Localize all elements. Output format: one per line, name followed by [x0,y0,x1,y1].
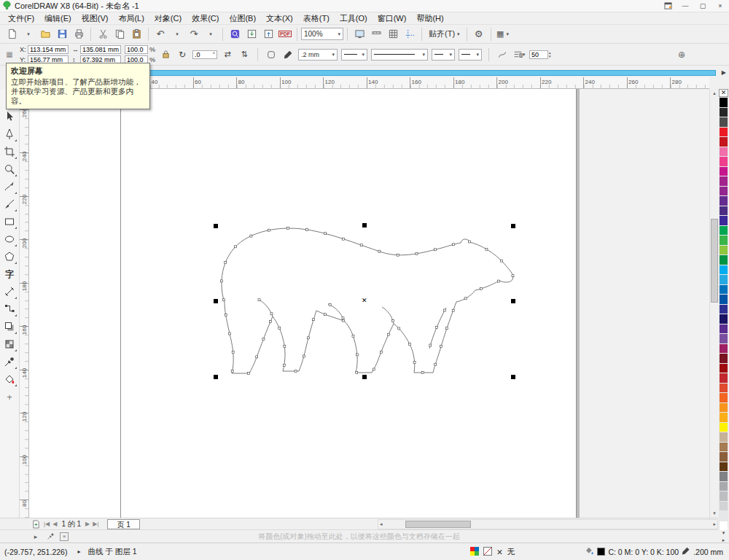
curve-node[interactable] [356,354,358,356]
menu-table[interactable]: 表格(T) [298,12,335,25]
curve-node[interactable] [262,338,265,341]
palette-swatch[interactable] [719,333,728,343]
palette-swatch[interactable] [719,363,728,373]
undo-button[interactable]: ↶ [152,26,168,42]
curve-node[interactable] [416,252,418,254]
vertical-scrollbar[interactable]: ▴ ▾ [709,89,718,518]
menu-effects[interactable]: 效果(C) [187,12,224,25]
menu-view[interactable]: 视图(V) [77,12,114,25]
start-arrowhead-select[interactable]: ▾ [432,49,455,61]
fill-indicator-icon[interactable] [483,547,492,557]
transparency-tool[interactable] [1,335,18,353]
show-rulers-toggle[interactable] [368,26,384,42]
curve-node[interactable] [313,319,315,321]
width-field[interactable] [80,45,121,54]
first-page-button[interactable]: |◀ [44,521,50,527]
palette-swatch[interactable] [719,402,728,413]
curve-node[interactable] [356,372,358,374]
customize-button[interactable]: + [1,388,18,405]
wrap-offset-field[interactable] [529,50,548,59]
interactive-fill-tool[interactable] [1,370,18,388]
palette-swatch[interactable] [719,215,728,225]
curve-node[interactable] [453,244,455,246]
selection-handle[interactable] [362,223,367,228]
curve-node[interactable] [342,317,344,319]
options-gear-icon[interactable]: ⚙ [471,26,487,42]
curve-node[interactable] [229,332,231,335]
line-style-select[interactable]: ▾ [341,49,367,61]
curve-node[interactable] [270,320,272,322]
no-color-swatch[interactable]: ✕ [719,89,728,97]
selection-handle[interactable] [362,375,367,379]
new-from-template-caret[interactable]: ▾ [20,26,36,42]
palette-swatch[interactable] [719,107,728,117]
curve-node[interactable] [235,246,237,248]
palette-swatch[interactable] [719,412,728,422]
rectangle-tool[interactable] [1,213,18,230]
end-arrowhead-select[interactable]: ▾ [459,49,482,61]
menu-bitmaps[interactable]: 位图(B) [224,12,261,25]
cut-button[interactable] [95,26,111,42]
curve-node[interactable] [284,345,286,347]
curve-node[interactable] [221,280,223,282]
new-document-button[interactable] [4,26,20,42]
curve-node[interactable] [232,351,234,354]
menu-file[interactable]: 文件(F) [3,12,39,25]
palette-swatch[interactable] [719,324,728,334]
fullscreen-preview-button[interactable] [351,26,367,42]
menu-window[interactable]: 窗口(W) [373,12,412,25]
export-button[interactable] [260,26,276,42]
curve-node[interactable] [388,333,390,335]
palette-swatch[interactable] [719,284,728,295]
wrap-offset-spinner[interactable]: ▴▾ [549,51,551,58]
palette-swatch[interactable] [719,186,728,196]
connector-tool[interactable] [1,300,18,318]
palette-swatch[interactable] [719,206,728,216]
palette-swatch[interactable] [719,136,728,147]
crop-tool[interactable] [1,143,18,160]
text-tool[interactable]: 字 [1,265,18,283]
line-style-select-wide[interactable]: ▾ [371,49,428,61]
freehand-tool[interactable] [1,178,18,195]
curve-node[interactable] [464,298,467,300]
curve-node[interactable] [250,235,252,237]
artistic-media-tool[interactable] [1,195,18,213]
show-grid-toggle[interactable] [385,26,401,42]
palette-swatch[interactable] [719,254,728,265]
palette-swatch[interactable] [719,451,728,462]
outline-color-swatch[interactable] [597,548,605,556]
curve-node[interactable] [512,275,514,277]
drop-shadow-tool[interactable] [1,318,18,335]
palette-swatch[interactable] [719,225,728,236]
text-wrap-button[interactable]: ▾ [512,48,526,61]
palette-swatch[interactable] [719,274,728,284]
maximize-button[interactable]: ▢ [694,0,712,12]
palette-swatch[interactable] [719,245,728,255]
minimize-button[interactable]: — [677,0,694,12]
palette-swatch[interactable] [719,117,728,127]
curve-node[interactable] [434,249,436,251]
curve-node[interactable] [440,346,443,348]
curve-node[interactable] [324,233,327,235]
curve-node[interactable] [343,238,345,240]
polygon-tool[interactable] [1,248,18,265]
copy-button[interactable] [112,26,128,42]
round-corner-icon[interactable] [265,48,278,61]
scroll-left-arrow[interactable]: ◂ [380,521,383,527]
palette-swatch[interactable] [719,373,728,383]
palette-swatch[interactable] [719,97,728,107]
search-content-button[interactable] [227,26,243,42]
palette-swatch[interactable] [719,432,728,442]
curve-node[interactable] [413,361,416,363]
palette-swatch[interactable] [719,481,728,491]
palette-swatch[interactable] [719,147,728,157]
palette-swatch[interactable] [719,471,728,481]
page-tab-1[interactable]: 页 1 [107,519,139,529]
redo-button[interactable]: ↷ [186,26,202,42]
curve-node[interactable] [500,260,502,262]
palette-swatch[interactable] [719,127,728,137]
show-guidelines-toggle[interactable] [402,26,418,42]
curve-node[interactable] [231,370,233,372]
redo-caret[interactable]: ▾ [203,26,219,42]
selection-center-marker[interactable]: ✕ [362,298,367,304]
